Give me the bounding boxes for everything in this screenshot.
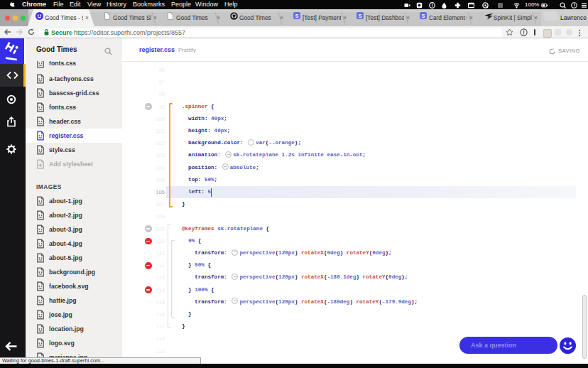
svg-text:S: S (295, 13, 299, 18)
svg-text:S: S (359, 13, 362, 18)
svg-text:S: S (422, 13, 425, 18)
